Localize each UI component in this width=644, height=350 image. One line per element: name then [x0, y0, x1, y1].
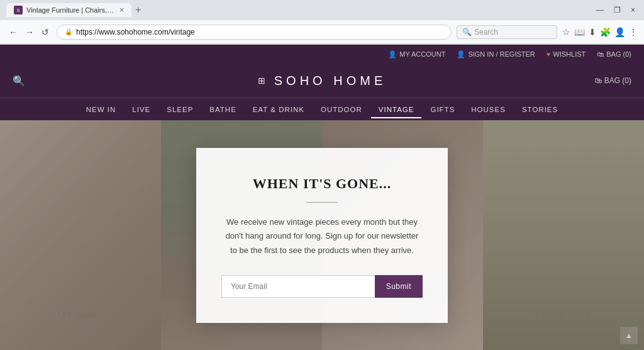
- lock-icon: 🔒: [65, 28, 72, 35]
- account-icon: 👤: [388, 50, 397, 59]
- tab-favicon: S: [14, 6, 23, 14]
- modal-body-text: We receive new vintage pieces every mont…: [221, 215, 423, 257]
- email-input[interactable]: [221, 275, 375, 298]
- newsletter-modal: WHEN IT'S GONE... We receive new vintage…: [196, 148, 448, 322]
- modal-overlay: WHEN IT'S GONE... We receive new vintage…: [0, 120, 644, 350]
- extensions-icon[interactable]: 🧩: [600, 27, 611, 37]
- nav-sleep[interactable]: SLEEP: [159, 101, 201, 118]
- browser-toolbar: ← → ↺ 🔒 https://www.sohohome.com/vintage…: [0, 20, 644, 44]
- submit-button[interactable]: Submit: [375, 275, 423, 298]
- bookmark-star-icon[interactable]: ☆: [562, 27, 570, 37]
- sign-in-label: SIGN IN / REGISTER: [468, 50, 535, 58]
- browser-chrome: S Vintage Furniture | Chairs, S... × + —…: [0, 0, 644, 45]
- my-account-label: MY ACCOUNT: [399, 50, 445, 58]
- sign-in-link[interactable]: 👤 SIGN IN / REGISTER: [457, 50, 535, 59]
- nav-live[interactable]: LIVE: [125, 101, 158, 118]
- nav-houses[interactable]: HOUSES: [464, 101, 513, 118]
- site-wrapper: 👤 MY ACCOUNT 👤 SIGN IN / REGISTER ♥ WISH…: [0, 45, 644, 350]
- site-header: 🔍 ⊞ SOHO HOME 🛍 BAG (0): [0, 64, 644, 98]
- site-logo[interactable]: ⊞ SOHO HOME: [258, 74, 386, 88]
- wishlist-label: WISHLIST: [553, 50, 586, 58]
- top-bar: 👤 MY ACCOUNT 👤 SIGN IN / REGISTER ♥ WISH…: [0, 45, 644, 64]
- search-placeholder: Search: [474, 28, 498, 37]
- reading-list-icon[interactable]: 📖: [574, 27, 585, 37]
- bag-icon: 🛍: [597, 50, 604, 58]
- window-controls: — ❐ ×: [594, 4, 638, 16]
- nav-new-in[interactable]: NEW IN: [79, 101, 124, 118]
- nav-bathe[interactable]: BATHE: [202, 101, 244, 118]
- search-icon: 🔍: [462, 28, 472, 37]
- address-bar[interactable]: 🔒 https://www.sohohome.com/vintage: [57, 25, 452, 40]
- maximize-button[interactable]: ❐: [611, 4, 623, 16]
- download-icon[interactable]: ⬇: [589, 27, 596, 37]
- bag-link[interactable]: 🛍 BAG (0): [597, 50, 631, 58]
- logo-text: SOHO HOME: [274, 74, 386, 88]
- browser-titlebar: S Vintage Furniture | Chairs, S... × + —…: [0, 0, 644, 20]
- main-nav: NEW IN LIVE SLEEP BATHE EAT & DRINK OUTD…: [0, 98, 644, 120]
- heart-icon: ♥: [547, 50, 551, 58]
- modal-form: Submit: [221, 275, 423, 298]
- browser-search-box[interactable]: 🔍 Search: [457, 25, 557, 39]
- refresh-button[interactable]: ↺: [39, 25, 52, 40]
- new-tab-button[interactable]: +: [135, 4, 141, 16]
- profile-icon[interactable]: 👤: [614, 27, 625, 37]
- wishlist-link[interactable]: ♥ WISHLIST: [547, 50, 586, 58]
- my-account-link[interactable]: 👤 MY ACCOUNT: [388, 50, 445, 59]
- content-area: ART DECO... £130.00 TRIPOD TABLE WHEN IT…: [0, 120, 644, 350]
- header-search-icon[interactable]: 🔍: [13, 75, 25, 87]
- logo-icon: ⊞: [258, 76, 269, 86]
- address-text: https://www.sohohome.com/vintage: [76, 28, 195, 37]
- back-button[interactable]: ←: [6, 25, 20, 40]
- modal-title: WHEN IT'S GONE...: [221, 176, 423, 192]
- signin-icon: 👤: [457, 50, 465, 59]
- nav-eat-drink[interactable]: EAT & DRINK: [245, 101, 312, 118]
- close-window-button[interactable]: ×: [628, 4, 638, 16]
- minimize-button[interactable]: —: [594, 4, 606, 16]
- bag-label: BAG (0): [606, 50, 631, 58]
- modal-divider: [306, 202, 338, 203]
- menu-icon[interactable]: ⋮: [629, 27, 638, 37]
- nav-vintage[interactable]: VINTAGE: [371, 101, 422, 118]
- tab-close-button[interactable]: ×: [119, 6, 124, 14]
- toolbar-actions: ☆ 📖 ⬇ 🧩 👤 ⋮: [562, 27, 638, 37]
- header-bag-link[interactable]: 🛍 BAG (0): [594, 76, 631, 85]
- browser-tab[interactable]: S Vintage Furniture | Chairs, S... ×: [6, 3, 131, 17]
- nav-outdoor[interactable]: OUTDOOR: [313, 101, 370, 118]
- nav-stories[interactable]: STORIES: [514, 101, 565, 118]
- nav-gifts[interactable]: GIFTS: [423, 101, 462, 118]
- tab-title: Vintage Furniture | Chairs, S...: [26, 6, 114, 14]
- forward-button[interactable]: →: [23, 25, 36, 40]
- header-bag-label: 🛍 BAG (0): [594, 76, 631, 85]
- nav-buttons: ← → ↺: [6, 25, 52, 40]
